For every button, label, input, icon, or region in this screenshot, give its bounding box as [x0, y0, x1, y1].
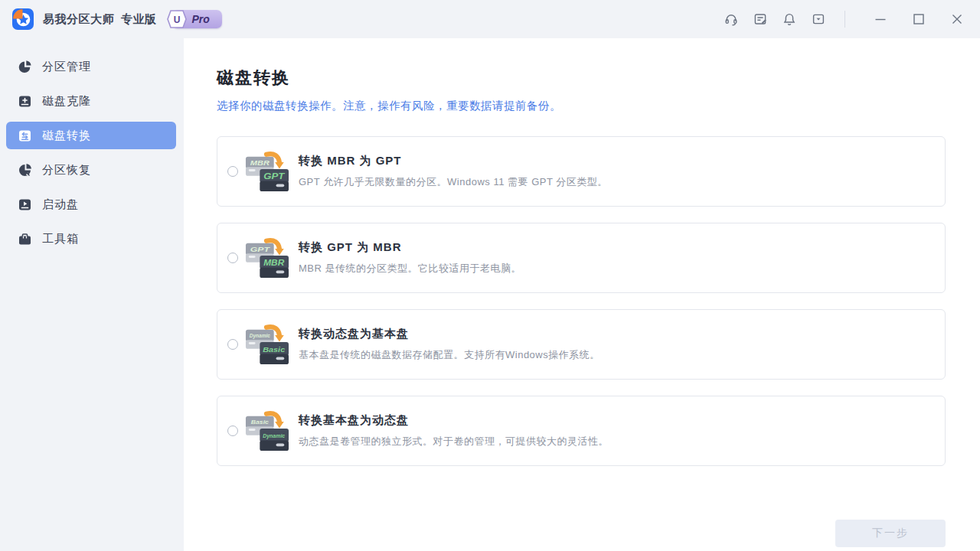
- sidebar-item-partition-recovery[interactable]: 分区恢复: [6, 156, 176, 184]
- dynamic-to-basic-disk-icon: Dynamic Basic: [245, 322, 289, 367]
- page-title: 磁盘转换: [217, 67, 946, 90]
- minimize-button[interactable]: [871, 10, 890, 28]
- svg-text:Dynamic: Dynamic: [263, 432, 286, 439]
- option-description: 动态盘是卷管理的独立形式。对于卷的管理，可提供较大的灵活性。: [299, 435, 609, 448]
- radio-mbr-to-gpt[interactable]: [227, 166, 238, 177]
- footer: 下一步: [217, 520, 946, 547]
- dropdown-menu-icon: [811, 11, 826, 27]
- gpt-to-mbr-disk-icon: GPT MBR: [245, 236, 289, 280]
- page-subtitle: 选择你的磁盘转换操作。注意，操作有风险，重要数据请提前备份。: [217, 99, 946, 113]
- app-window: 易我分区大师 专业版 U Pro: [0, 0, 980, 551]
- app-title: 易我分区大师: [43, 12, 114, 27]
- notifications-button[interactable]: [780, 10, 799, 28]
- app-logo-icon: [12, 8, 34, 30]
- menu-button[interactable]: [809, 10, 828, 28]
- option-title: 转换 MBR 为 GPT: [299, 154, 608, 168]
- pro-badge-label: Pro: [192, 13, 210, 25]
- svg-text:Basic: Basic: [251, 419, 270, 425]
- basic-to-dynamic-disk-icon: Basic Dynamic: [245, 409, 289, 453]
- minimize-icon: [873, 11, 888, 27]
- feedback-button[interactable]: [751, 10, 769, 28]
- option-description: 基本盘是传统的磁盘数据存储配置。支持所有Windows操作系统。: [299, 348, 600, 362]
- next-step-button[interactable]: 下一步: [835, 520, 946, 547]
- option-title: 转换 GPT 为 MBR: [299, 240, 521, 255]
- toolbox-icon: [17, 231, 32, 246]
- mbr-to-gpt-disk-icon: MBR GPT: [245, 149, 289, 194]
- maximize-icon: [911, 11, 926, 27]
- pie-chart-icon: [17, 59, 32, 74]
- boot-disk-icon: [17, 197, 32, 212]
- sidebar-item-disk-convert[interactable]: 磁盘转换: [6, 122, 176, 149]
- titlebar-actions: [722, 10, 966, 28]
- main-content: 磁盘转换 选择你的磁盘转换操作。注意，操作有风险，重要数据请提前备份。 MBR …: [184, 38, 980, 551]
- svg-text:Dynamic: Dynamic: [250, 332, 271, 339]
- pro-badge: U Pro: [166, 9, 222, 29]
- option-description: GPT 允许几乎无限数量的分区。Windows 11 需要 GPT 分区类型。: [299, 175, 608, 189]
- sidebar-item-partition-management[interactable]: 分区管理: [6, 53, 176, 80]
- maximize-button[interactable]: [910, 10, 928, 28]
- titlebar-divider: [844, 11, 845, 28]
- close-icon: [949, 11, 965, 27]
- notification-bell-icon: [782, 11, 797, 27]
- disk-clone-icon: [17, 93, 32, 109]
- sidebar-item-boot-disk[interactable]: 启动盘: [6, 191, 176, 218]
- option-title: 转换动态盘为基本盘: [299, 327, 600, 341]
- radio-dynamic-to-basic[interactable]: [227, 339, 238, 350]
- titlebar: 易我分区大师 专业版 U Pro: [0, 0, 980, 38]
- option-card-gpt-to-mbr[interactable]: GPT MBR 转换 GPT 为 MBR MBR 是传统的分区类型。它比较适用于…: [217, 223, 946, 293]
- svg-text:Basic: Basic: [263, 345, 286, 354]
- option-card-basic-to-dynamic[interactable]: Basic Dynamic 转换基本盘为动态盘 动态盘是卷管理的独立形式。对于卷…: [217, 396, 946, 466]
- sidebar-item-disk-clone[interactable]: 磁盘克隆: [6, 87, 176, 115]
- svg-text:GPT: GPT: [250, 245, 271, 253]
- svg-text:MBR: MBR: [250, 158, 270, 167]
- feedback-note-icon: [753, 11, 768, 27]
- app-edition: 专业版: [121, 12, 157, 27]
- svg-text:GPT: GPT: [263, 171, 286, 181]
- partition-recovery-icon: [17, 162, 32, 178]
- svg-text:MBR: MBR: [263, 258, 284, 267]
- sidebar: 分区管理 磁盘克隆: [0, 38, 184, 551]
- svg-text:U: U: [173, 15, 180, 25]
- radio-gpt-to-mbr[interactable]: [227, 253, 238, 263]
- u-emblem-icon: U: [166, 9, 188, 29]
- option-card-mbr-to-gpt[interactable]: MBR GPT 转换 MBR 为 GPT GPT 允许几乎无限数量的分区。Win…: [217, 136, 946, 207]
- headset-icon: [724, 11, 739, 27]
- support-button[interactable]: [722, 10, 740, 28]
- radio-basic-to-dynamic[interactable]: [227, 425, 238, 436]
- option-description: MBR 是传统的分区类型。它比较适用于老电脑。: [299, 262, 521, 276]
- sidebar-item-toolbox[interactable]: 工具箱: [6, 225, 176, 253]
- option-title: 转换基本盘为动态盘: [299, 413, 609, 428]
- disk-convert-icon: [17, 128, 32, 143]
- conversion-options: MBR GPT 转换 MBR 为 GPT GPT 允许几乎无限数量的分区。Win…: [217, 136, 946, 482]
- option-card-dynamic-to-basic[interactable]: Dynamic Basic 转换动态盘为基本盘 基本盘是传统的磁盘数据存储配置。…: [217, 309, 946, 380]
- close-button[interactable]: [948, 10, 966, 28]
